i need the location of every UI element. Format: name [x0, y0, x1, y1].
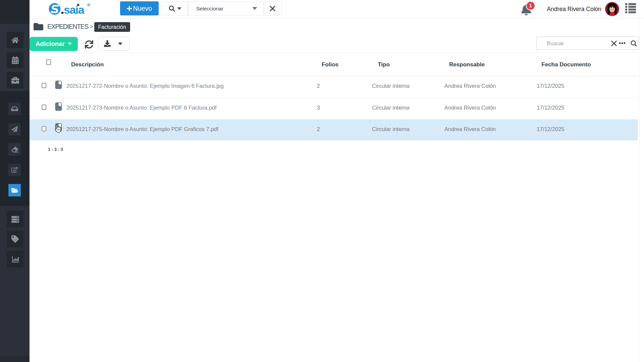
svg-text:R: R [88, 4, 90, 6]
svg-text:saia: saia [64, 3, 85, 16]
